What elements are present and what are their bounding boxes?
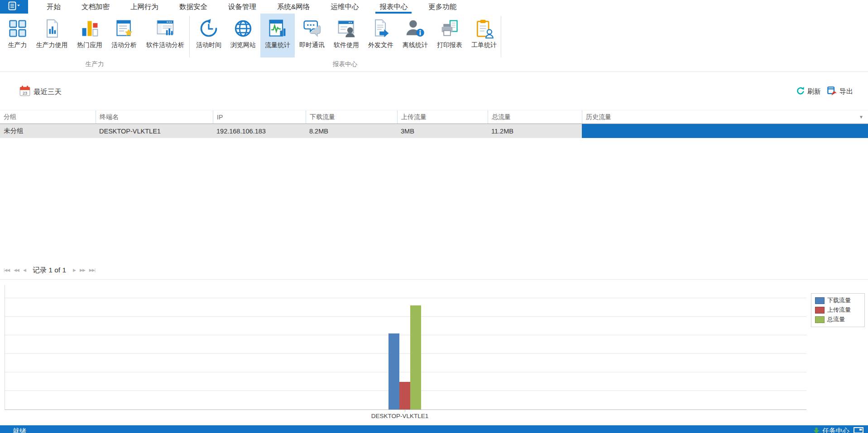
ribbon-button-browse-web[interactable]: 浏览网站 — [226, 14, 260, 57]
ribbon-button-label: 工单统计 — [471, 41, 497, 49]
column-header-ip[interactable]: IP — [213, 110, 306, 124]
ribbon-button-software-usage[interactable]: 软件使用 — [329, 14, 364, 57]
ribbon-button-outgoing-files[interactable]: 外发文件 — [364, 14, 398, 57]
productivity-usage-icon — [42, 17, 62, 40]
next-page-button[interactable]: ▶ — [73, 268, 76, 272]
ribbon-button-label: 流量统计 — [265, 41, 290, 49]
export-label: 导出 — [839, 87, 853, 96]
tab-start[interactable]: 开始 — [36, 0, 71, 14]
legend-item-total: 总流量 — [815, 315, 861, 324]
first-page-button[interactable]: |◀◀ — [4, 268, 10, 272]
date-range-label: 最近三天 — [34, 87, 62, 97]
chart-category-label: DESKTOP-VLKTLE1 — [336, 413, 463, 419]
status-ready-label: 就绪 — [13, 427, 26, 433]
group-label-report-center: 报表中心 — [189, 60, 501, 68]
monitor-icon[interactable] — [854, 427, 863, 433]
activity-analysis-icon — [114, 17, 134, 40]
refresh-button[interactable]: 刷新 — [796, 86, 821, 97]
ribbon-button-label: 外发文件 — [368, 41, 393, 49]
date-range-filter[interactable]: 23 最近三天 — [19, 86, 62, 98]
cell-upload: 3MB — [397, 124, 488, 138]
legend-swatch — [815, 316, 825, 323]
im-icon — [302, 17, 322, 40]
legend-label: 总流量 — [827, 315, 845, 324]
productivity-grid-icon — [7, 17, 28, 40]
export-icon — [827, 86, 837, 97]
refresh-label: 刷新 — [807, 87, 821, 96]
tab-doc-encryption[interactable]: 文档加密 — [71, 0, 120, 14]
ribbon: 生产力 生产力使用 热门应用 活动分析 — [0, 14, 868, 57]
ribbon-button-productivity-usage[interactable]: 生产力使用 — [31, 14, 72, 57]
ribbon-button-label: 活动时间 — [196, 41, 221, 49]
ticket-stats-icon — [474, 17, 494, 40]
column-header-download[interactable]: 下载流量 — [306, 110, 397, 124]
chart-legend: 下载流量 上传流量 总流量 — [811, 293, 865, 327]
legend-item-download: 下载流量 — [815, 296, 861, 305]
cell-download: 8.2MB — [306, 124, 397, 138]
chart-bar-download — [388, 333, 399, 409]
cell-group: 未分组 — [0, 124, 96, 138]
column-header-group[interactable]: 分组 — [0, 110, 96, 124]
ribbon-button-label: 活动分析 — [111, 41, 137, 49]
ribbon-button-activity-analysis[interactable]: 活动分析 — [107, 14, 141, 57]
activity-time-icon — [198, 17, 219, 40]
tab-data-security[interactable]: 数据安全 — [169, 0, 218, 14]
status-bar-right: 任务中心 — [813, 427, 863, 433]
ribbon-button-software-activity[interactable]: 软件活动分析 — [141, 14, 189, 57]
ribbon-button-offline-stats[interactable]: 离线统计 — [398, 14, 432, 57]
legend-item-upload: 上传流量 — [815, 306, 861, 314]
tab-strip: 开始 文档加密 上网行为 数据安全 设备管理 系统&网络 运维中心 报表中心 更… — [36, 0, 467, 14]
column-header-upload[interactable]: 上传流量 — [397, 110, 488, 124]
record-counter: 记录 1 of 1 — [33, 266, 66, 275]
cell-ip: 192.168.106.183 — [213, 124, 306, 138]
task-center-button[interactable]: 任务中心 — [813, 427, 849, 433]
svg-text:23: 23 — [23, 91, 27, 95]
column-filter-dropdown-icon[interactable]: ▼ — [859, 114, 863, 119]
ribbon-button-ticket-stats[interactable]: 工单统计 — [467, 14, 501, 57]
section-divider — [0, 279, 868, 280]
export-button[interactable]: 导出 — [827, 86, 853, 97]
ribbon-button-instant-messaging[interactable]: 即时通讯 — [295, 14, 329, 57]
tab-device-management[interactable]: 设备管理 — [218, 0, 267, 14]
chart-gridline — [5, 298, 806, 298]
tab-more-features[interactable]: 更多功能 — [418, 0, 467, 14]
hot-apps-icon — [79, 17, 100, 40]
chart-gridline — [5, 335, 806, 335]
table-row[interactable]: 未分组 DESKTOP-VLKTLE1 192.168.106.183 8.2M… — [0, 124, 868, 138]
ribbon-button-label: 即时通讯 — [299, 41, 325, 49]
ribbon-button-activity-time[interactable]: 活动时间 — [192, 14, 226, 57]
ribbon-group-separator — [190, 16, 191, 55]
cell-history-bar — [582, 124, 868, 138]
ribbon-button-label: 浏览网站 — [230, 41, 256, 49]
column-header-terminal[interactable]: 终端名 — [96, 110, 213, 124]
ribbon-button-hot-apps[interactable]: 热门应用 — [72, 14, 107, 57]
ribbon-button-label: 生产力 — [8, 41, 27, 49]
next-page-fast-button[interactable]: ▶▶ — [80, 268, 85, 272]
app-menu-button[interactable] — [0, 0, 28, 14]
chart-bar-upload — [399, 382, 410, 410]
chart-gridline — [5, 316, 806, 317]
last-page-button[interactable]: ▶▶| — [89, 268, 95, 272]
prev-page-fast-button[interactable]: ◀◀ — [14, 268, 19, 272]
column-header-history-label: 历史流量 — [586, 113, 611, 121]
ribbon-button-productivity[interactable]: 生产力 — [4, 14, 31, 57]
ribbon-button-print-report[interactable]: 打印报表 — [432, 14, 467, 57]
ribbon-button-label: 生产力使用 — [36, 41, 68, 49]
calendar-icon: 23 — [19, 86, 30, 98]
application-window: 开始 文档加密 上网行为 数据安全 设备管理 系统&网络 运维中心 报表中心 更… — [0, 0, 868, 433]
tab-system-network[interactable]: 系统&网络 — [267, 0, 320, 14]
ribbon-button-traffic-stats[interactable]: 流量统计 — [260, 14, 295, 57]
tab-web-behavior[interactable]: 上网行为 — [120, 0, 169, 14]
ribbon-button-label: 离线统计 — [403, 41, 428, 49]
ribbon-button-label: 打印报表 — [437, 41, 462, 49]
legend-swatch — [815, 307, 825, 314]
column-header-history[interactable]: 历史流量 ▼ — [582, 110, 868, 124]
print-report-icon — [439, 17, 460, 40]
group-label-productivity: 生产力 — [0, 60, 189, 68]
column-header-total[interactable]: 总流量 — [488, 110, 582, 124]
prev-page-button[interactable]: ◀ — [23, 268, 26, 272]
app-menu-icon — [8, 1, 20, 12]
tab-ops-center[interactable]: 运维中心 — [320, 0, 369, 14]
tab-report-center[interactable]: 报表中心 — [369, 0, 418, 14]
task-center-label: 任务中心 — [822, 427, 849, 433]
